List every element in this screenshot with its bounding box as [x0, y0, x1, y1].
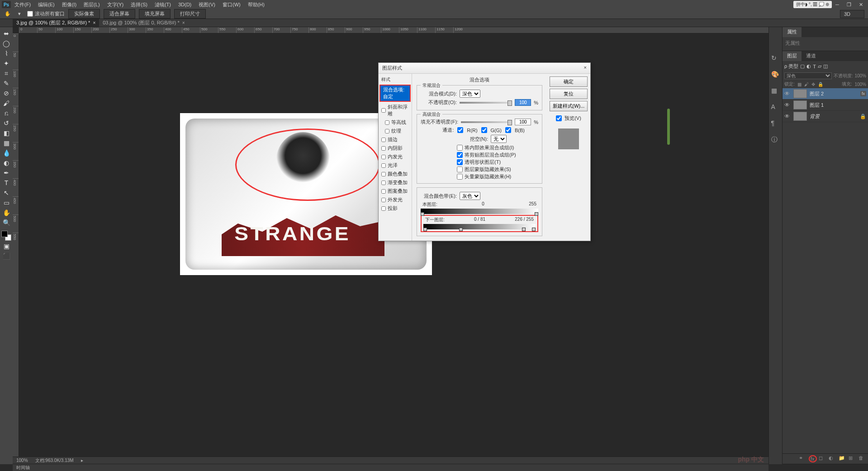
pen-tool[interactable]: ✒	[2, 168, 11, 177]
menu-layer[interactable]: 图层(L)	[80, 1, 103, 8]
styles-header[interactable]: 样式	[379, 76, 412, 84]
menu-view[interactable]: 视图(V)	[195, 1, 219, 8]
fill-opacity-input[interactable]	[515, 119, 531, 125]
healing-brush-tool[interactable]: ⊘	[2, 89, 11, 98]
fill-screen-button[interactable]: 填充屏幕	[139, 9, 171, 19]
marquee-tool[interactable]: ◯	[2, 39, 11, 48]
style-texture[interactable]: 纹理	[379, 127, 412, 135]
layer-thumbnail[interactable]	[793, 112, 807, 121]
foreground-color[interactable]	[1, 231, 8, 237]
gradient-handle-white[interactable]	[532, 228, 536, 231]
filter-shape-icon[interactable]: ▱	[818, 63, 821, 69]
add-mask-button[interactable]: ◻	[819, 455, 827, 462]
tool-preset-dropdown[interactable]: ▾	[15, 10, 24, 18]
style-checkbox[interactable]	[385, 129, 389, 133]
close-icon[interactable]: ×	[93, 20, 95, 25]
reset-button[interactable]: 复位	[550, 89, 588, 99]
eyedropper-tool[interactable]: ✎	[2, 79, 11, 88]
info-dropdown-icon[interactable]: ▸	[81, 458, 83, 463]
style-stroke[interactable]: 描边	[379, 135, 412, 144]
menu-window[interactable]: 窗口(W)	[219, 1, 244, 8]
history-brush-tool[interactable]: ↺	[2, 119, 11, 128]
history-panel-icon[interactable]: ↻	[771, 54, 780, 63]
style-checkbox[interactable]	[385, 120, 389, 125]
layers-tab[interactable]: 图层	[783, 51, 802, 61]
channel-g-checkbox[interactable]	[481, 127, 487, 133]
color-swatches[interactable]	[1, 231, 11, 241]
scroll-all-checkbox[interactable]	[27, 11, 33, 17]
style-color-overlay[interactable]: 颜色叠加	[379, 170, 412, 178]
style-checkbox[interactable]	[381, 163, 386, 168]
blend-mode-select[interactable]: 深色	[460, 90, 480, 98]
opacity-input[interactable]	[515, 99, 531, 106]
document-tab-1[interactable]: 3.jpg @ 100% (图层 2, RGB/8#) * ×	[13, 19, 99, 27]
document-info[interactable]: 文档:963.0K/3.13M	[35, 457, 74, 464]
brush-tool[interactable]: 🖌	[2, 99, 11, 108]
menu-type[interactable]: 文字(Y)	[104, 1, 128, 8]
lasso-tool[interactable]: ⌇	[2, 49, 11, 58]
blend-interior-checkbox[interactable]	[457, 145, 463, 151]
zoom-tool[interactable]: 🔍	[2, 218, 11, 227]
maximize-button[interactable]: ❐	[844, 1, 854, 8]
menu-edit[interactable]: 编辑(E)	[34, 1, 58, 8]
canvas-area[interactable]: 0501001502002503003504004505005506006507…	[13, 27, 768, 464]
style-drop-shadow[interactable]: 投影	[379, 204, 412, 213]
close-icon[interactable]: ×	[182, 20, 185, 25]
character-panel-icon[interactable]: A	[771, 103, 780, 112]
layer-thumbnail[interactable]	[793, 100, 807, 109]
close-button[interactable]: ✕	[855, 1, 866, 8]
knockout-select[interactable]: 无	[491, 135, 507, 143]
new-style-button[interactable]: 新建样式(W)...	[550, 101, 588, 111]
opacity-slider[interactable]	[460, 102, 512, 104]
ok-button[interactable]: 确定	[550, 76, 588, 87]
gradient-handle-black-split[interactable]	[459, 228, 463, 231]
lock-pixels-icon[interactable]: 🖌	[804, 82, 809, 87]
layer-thumbnail[interactable]	[793, 89, 807, 98]
layer-opacity-value[interactable]: 100%	[854, 73, 866, 78]
new-group-button[interactable]: 📁	[839, 455, 847, 462]
style-checkbox[interactable]	[381, 198, 386, 202]
style-checkbox[interactable]	[381, 108, 386, 113]
type-tool[interactable]: T	[2, 178, 11, 187]
blending-options-item[interactable]: 混合选项:自定	[380, 86, 410, 101]
visibility-icon[interactable]: 👁	[784, 113, 791, 119]
visibility-icon[interactable]: 👁	[784, 90, 791, 97]
gradient-handle-black[interactable]	[421, 212, 424, 216]
blend-clipped-checkbox[interactable]	[457, 152, 463, 158]
styles-panel-icon[interactable]: ▦	[771, 87, 780, 96]
add-fx-button[interactable]: fx	[809, 455, 817, 462]
quick-mask-button[interactable]: ▣	[2, 242, 11, 251]
fill-opacity-slider[interactable]	[461, 121, 512, 123]
print-size-button[interactable]: 打印尺寸	[174, 9, 206, 19]
hand-tool[interactable]: ✋	[2, 208, 11, 217]
clone-stamp-tool[interactable]: ⎌	[2, 109, 11, 118]
lock-all-icon[interactable]: 🔒	[818, 82, 823, 87]
style-pattern-overlay[interactable]: 图案叠加	[379, 187, 412, 195]
ime-status-tray[interactable]: 拼中◗ °, ☰ 💭 ⊕	[793, 1, 832, 8]
style-checkbox[interactable]	[381, 138, 386, 142]
dodge-tool[interactable]: ◐	[2, 158, 11, 167]
lock-transparency-icon[interactable]: ▦	[797, 82, 802, 87]
blendif-select[interactable]: 灰色	[460, 192, 480, 200]
filter-adjustment-icon[interactable]: ◐	[806, 63, 811, 69]
gradient-handle-white-split[interactable]	[522, 228, 526, 231]
path-selection-tool[interactable]: ↖	[2, 188, 11, 197]
style-satin[interactable]: 光泽	[379, 161, 412, 170]
menu-file[interactable]: 文件(F)	[11, 1, 34, 8]
menu-3d[interactable]: 3D(D)	[175, 2, 195, 7]
actual-pixels-button[interactable]: 实际像素	[68, 9, 100, 19]
layer-name[interactable]: 图层 1	[810, 102, 866, 109]
style-inner-shadow[interactable]: 内阴影	[379, 144, 412, 152]
menu-image[interactable]: 图像(I)	[58, 1, 80, 8]
style-contour[interactable]: 等高线	[379, 118, 412, 127]
shape-tool[interactable]: ▭	[2, 198, 11, 207]
style-gradient-overlay[interactable]: 渐变叠加	[379, 178, 412, 187]
menu-filter[interactable]: 滤镜(T)	[151, 1, 175, 8]
style-outer-glow[interactable]: 外发光	[379, 195, 412, 204]
style-checkbox[interactable]	[381, 146, 386, 151]
screen-mode-button[interactable]: ⬛	[2, 252, 11, 261]
style-checkbox[interactable]	[381, 155, 386, 159]
3d-mode-dropdown[interactable]: 3D	[840, 10, 864, 18]
layer-name[interactable]: 背景	[810, 113, 857, 120]
move-tool[interactable]: ⬌	[2, 29, 11, 38]
